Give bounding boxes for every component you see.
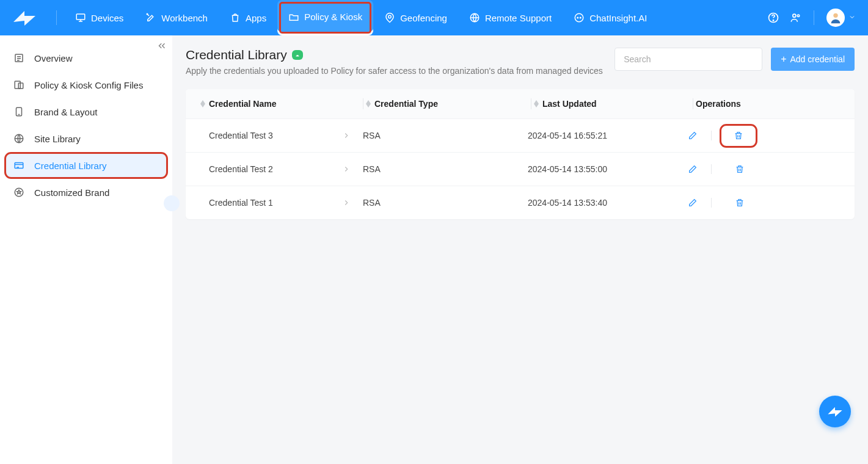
- row-name: Credential Test 2: [209, 164, 273, 174]
- svg-point-7: [577, 17, 578, 18]
- sidebar-item-overview[interactable]: Overview: [6, 46, 166, 70]
- svg-point-27: [296, 56, 297, 56]
- table-row[interactable]: Credential Test 1 RSA 2024-05-14 13:53:4…: [186, 186, 855, 219]
- sidebar-item-label: Site Library: [34, 134, 81, 144]
- svg-point-10: [773, 20, 773, 21]
- column-header-name[interactable]: Credential Name: [209, 99, 276, 109]
- nav-label: Policy & Kiosk: [304, 12, 362, 22]
- monitor-icon: [75, 12, 86, 23]
- row-type: RSA: [363, 164, 528, 174]
- sidebar-item-brand-layout[interactable]: Brand & Layout: [6, 100, 166, 123]
- sort-icon[interactable]: [366, 100, 371, 107]
- sidebar-item-credential-library[interactable]: Credential Library: [6, 154, 166, 177]
- svg-point-11: [793, 14, 796, 17]
- bag-icon: [230, 12, 241, 23]
- column-header-operations: Operations: [696, 99, 741, 109]
- page-title: Credential Library: [186, 48, 603, 62]
- top-header: Devices Workbench Apps Policy & Kiosk Ge…: [0, 0, 868, 35]
- svg-point-28: [298, 56, 299, 56]
- sidebar-item-label: Credential Library: [34, 161, 106, 171]
- globe-icon: [469, 12, 480, 23]
- help-icon[interactable]: [767, 12, 779, 24]
- sidebar-item-customized-brand[interactable]: Customized Brand: [6, 181, 166, 204]
- row-type: RSA: [363, 198, 528, 208]
- chevron-right-icon[interactable]: [342, 198, 351, 207]
- table-header: Credential Name Credential Type Last Upd…: [186, 89, 855, 118]
- nav-chatinsight[interactable]: ChatInsight.AI: [563, 0, 658, 35]
- search-input[interactable]: [615, 48, 762, 71]
- nav-label: Remote Support: [485, 13, 552, 23]
- list-icon: [13, 53, 27, 63]
- floating-action-button[interactable]: [819, 396, 851, 427]
- divider: [711, 164, 712, 174]
- column-header-updated[interactable]: Last Updated: [542, 99, 597, 109]
- delete-icon[interactable]: [732, 129, 745, 142]
- nav-policy-kiosk[interactable]: Policy & Kiosk: [277, 0, 373, 35]
- page-subtitle: Apply the credentials you uploaded to Po…: [186, 66, 603, 76]
- user-manage-icon[interactable]: [789, 12, 801, 24]
- user-avatar[interactable]: [826, 9, 845, 27]
- svg-rect-0: [76, 14, 85, 20]
- collapse-sidebar-icon[interactable]: [156, 40, 167, 51]
- plus-icon: +: [781, 54, 786, 65]
- sidebar-active-indicator: [164, 195, 180, 211]
- config-icon: [13, 79, 27, 90]
- main-content: Credential Library Apply the credentials…: [172, 35, 868, 464]
- edit-icon[interactable]: [687, 129, 699, 142]
- tools-icon: [145, 12, 156, 23]
- svg-rect-18: [15, 81, 20, 89]
- nav-label: Workbench: [161, 13, 208, 23]
- table-row[interactable]: Credential Test 3 RSA 2024-05-14 16:55:2…: [186, 118, 855, 152]
- divider: [711, 198, 712, 208]
- row-name: Credential Test 3: [209, 131, 273, 140]
- nav-label: Geofencing: [400, 13, 447, 23]
- globe-icon: [13, 133, 27, 144]
- credential-icon: [13, 160, 27, 171]
- sort-icon[interactable]: [534, 100, 539, 107]
- nav-label: Apps: [246, 13, 266, 23]
- column-header-type[interactable]: Credential Type: [374, 99, 438, 109]
- delete-icon[interactable]: [734, 197, 746, 209]
- sidebar-item-config-files[interactable]: Policy & Kiosk Config Files: [6, 73, 166, 96]
- sidebar-item-label: Customized Brand: [34, 187, 109, 198]
- delete-icon[interactable]: [734, 163, 746, 175]
- sidebar-item-site-library[interactable]: Site Library: [6, 127, 166, 150]
- phone-icon: [13, 106, 27, 117]
- delete-highlight: [721, 126, 756, 146]
- divider: [711, 131, 712, 140]
- android-badge-icon: [292, 50, 303, 60]
- sort-icon[interactable]: [200, 100, 205, 107]
- chat-ai-icon: [574, 12, 585, 23]
- nav-devices[interactable]: Devices: [64, 0, 134, 35]
- edit-icon[interactable]: [687, 197, 699, 209]
- row-updated: 2024-05-14 13:53:40: [528, 198, 687, 208]
- sidebar: Overview Policy & Kiosk Config Files Bra…: [0, 35, 172, 464]
- nav-apps[interactable]: Apps: [219, 0, 277, 35]
- folder-icon: [288, 12, 299, 23]
- chevron-right-icon[interactable]: [342, 131, 351, 140]
- header-right: [762, 9, 856, 27]
- location-icon: [384, 12, 395, 23]
- divider: [56, 10, 57, 25]
- add-credential-button[interactable]: + Add credential: [771, 48, 855, 71]
- top-nav: Devices Workbench Apps Policy & Kiosk Ge…: [64, 0, 658, 35]
- chevron-down-icon[interactable]: [848, 12, 856, 23]
- row-updated: 2024-05-14 13:55:00: [528, 164, 687, 174]
- sidebar-item-label: Overview: [34, 53, 73, 63]
- table-row[interactable]: Credential Test 2 RSA 2024-05-14 13:55:0…: [186, 152, 855, 186]
- app-logo[interactable]: [12, 9, 43, 27]
- nav-remote-support[interactable]: Remote Support: [458, 0, 563, 35]
- svg-point-3: [147, 13, 148, 15]
- edit-icon[interactable]: [687, 163, 699, 175]
- svg-point-8: [580, 17, 582, 18]
- sidebar-item-label: Brand & Layout: [34, 107, 97, 117]
- nav-workbench[interactable]: Workbench: [134, 0, 219, 35]
- chevron-right-icon[interactable]: [342, 165, 351, 173]
- column-divider: [693, 98, 693, 109]
- svg-point-13: [833, 13, 837, 18]
- credentials-table: Credential Name Credential Type Last Upd…: [186, 89, 855, 219]
- nav-geofencing[interactable]: Geofencing: [373, 0, 458, 35]
- row-name: Credential Test 1: [209, 198, 273, 208]
- row-type: RSA: [363, 131, 528, 140]
- add-button-label: Add credential: [790, 54, 845, 64]
